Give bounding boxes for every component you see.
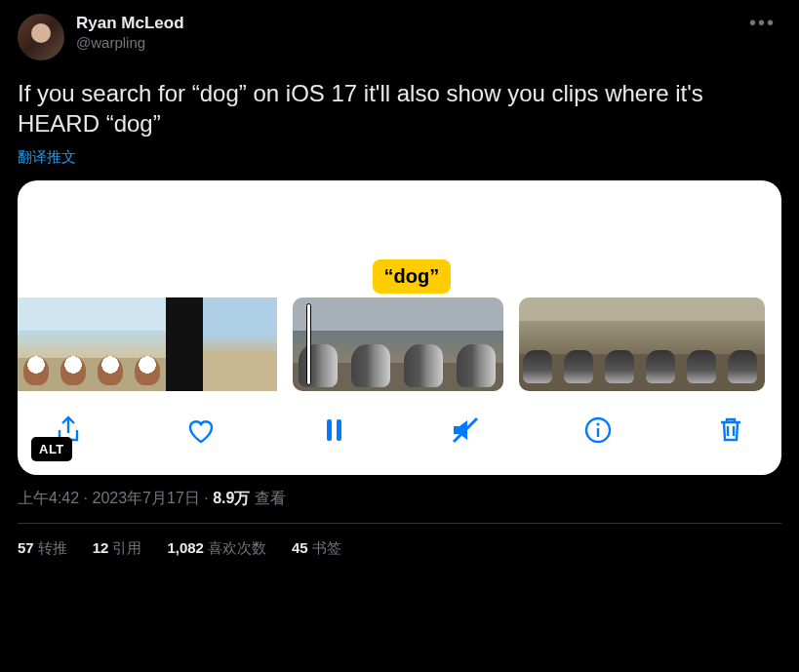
clip-group-2 xyxy=(293,297,503,391)
meta-views-label: 查看 xyxy=(250,490,285,506)
stat-quotes[interactable]: 12引用 xyxy=(93,539,142,558)
tweet-meta: 上午4:42 · 2023年7月17日 · 8.9万 查看 xyxy=(18,489,781,509)
media-toolbar xyxy=(18,391,781,475)
video-scrubber-strip[interactable] xyxy=(18,297,781,391)
trash-icon[interactable] xyxy=(713,413,748,448)
tweet-header: Ryan McLeod @warpling ••• xyxy=(18,14,781,60)
translate-link[interactable]: 翻译推文 xyxy=(18,148,781,167)
meta-time[interactable]: 上午4:42 xyxy=(18,490,79,506)
media-card[interactable]: “dog” xyxy=(18,180,781,475)
author-name[interactable]: Ryan McLeod xyxy=(76,14,184,33)
detected-word-badge: “dog” xyxy=(373,259,452,294)
stats-row: 57转推 12引用 1,082喜欢次数 45书签 xyxy=(18,524,781,558)
svg-rect-1 xyxy=(337,419,341,441)
svg-point-5 xyxy=(597,422,600,425)
svg-rect-0 xyxy=(327,419,332,441)
pause-icon[interactable] xyxy=(316,413,351,448)
tweet-text: If you search for “dog” on iOS 17 it'll … xyxy=(18,78,781,138)
clip-group-1 xyxy=(18,297,277,391)
tweet-container: Ryan McLeod @warpling ••• If you search … xyxy=(0,0,799,558)
media-whitespace: “dog” xyxy=(18,180,781,297)
heart-icon[interactable] xyxy=(183,413,219,448)
stat-bookmarks[interactable]: 45书签 xyxy=(292,539,341,558)
stat-likes[interactable]: 1,082喜欢次数 xyxy=(167,539,266,558)
alt-badge[interactable]: ALT xyxy=(31,437,72,461)
avatar[interactable] xyxy=(18,14,64,60)
clip-group-3 xyxy=(519,297,765,391)
meta-views-value[interactable]: 8.9万 xyxy=(213,490,250,506)
author-block: Ryan McLeod @warpling xyxy=(76,14,184,53)
stat-retweets[interactable]: 57转推 xyxy=(18,539,67,558)
more-icon[interactable]: ••• xyxy=(743,14,781,31)
meta-date[interactable]: 2023年7月17日 xyxy=(92,490,199,506)
playhead-marker[interactable] xyxy=(306,303,311,385)
info-icon[interactable] xyxy=(580,413,616,448)
mute-icon[interactable] xyxy=(448,413,483,448)
author-handle[interactable]: @warpling xyxy=(76,33,184,53)
